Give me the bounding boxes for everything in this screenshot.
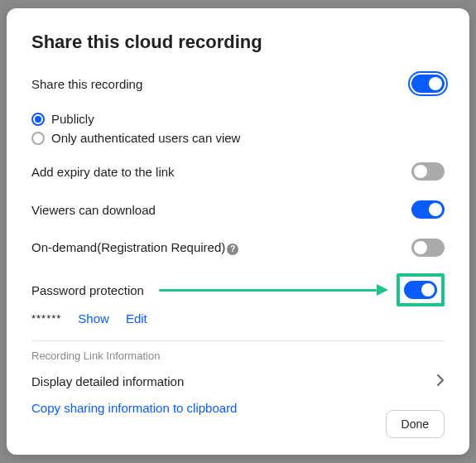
password-label: Password protection: [31, 283, 144, 297]
radio-selected-icon: [31, 113, 45, 126]
annotation-arrow: [159, 290, 388, 291]
share-recording-toggle[interactable]: [411, 75, 445, 93]
modal-title: Share this cloud recording: [31, 31, 445, 53]
password-row: Password protection: [31, 273, 445, 306]
password-actions: ****** Show Edit: [31, 311, 445, 326]
ondemand-row: On-demand(Registration Required)?: [31, 235, 445, 260]
share-recording-modal: Share this cloud recording Share this re…: [7, 8, 469, 455]
help-icon[interactable]: ?: [227, 244, 238, 255]
display-detailed-label: Display detailed information: [31, 374, 184, 388]
radio-unselected-icon: [31, 132, 45, 145]
done-button[interactable]: Done: [386, 410, 445, 438]
visibility-authenticated-label: Only authenticated users can view: [51, 131, 240, 145]
password-toggle[interactable]: [404, 281, 437, 299]
password-show-link[interactable]: Show: [78, 311, 109, 326]
display-detailed-row[interactable]: Display detailed information: [31, 370, 445, 401]
link-info-section-title: Recording Link Information: [31, 350, 445, 362]
expiry-toggle[interactable]: [411, 162, 445, 181]
ondemand-toggle[interactable]: [411, 239, 445, 257]
download-label: Viewers can download: [31, 203, 156, 217]
share-recording-label: Share this recording: [31, 77, 142, 91]
visibility-publicly-label: Publicly: [51, 112, 94, 126]
download-toggle[interactable]: [411, 200, 445, 219]
chevron-right-icon: [436, 374, 445, 389]
arrow-right-icon: [377, 284, 388, 296]
ondemand-label: On-demand(Registration Required): [31, 240, 225, 254]
password-mask: ******: [31, 312, 61, 325]
share-recording-row: Share this recording: [31, 71, 445, 96]
password-edit-link[interactable]: Edit: [126, 311, 147, 326]
separator: [31, 340, 445, 341]
ondemand-label-wrap: On-demand(Registration Required)?: [31, 240, 238, 254]
visibility-publicly[interactable]: Publicly: [31, 109, 445, 128]
visibility-options: Publicly Only authenticated users can vi…: [31, 109, 445, 147]
visibility-authenticated[interactable]: Only authenticated users can view: [31, 128, 445, 147]
annotation-highlight: [397, 273, 445, 306]
modal-footer: Done: [386, 410, 445, 438]
expiry-label: Add expiry date to the link: [31, 165, 175, 179]
copy-sharing-link[interactable]: Copy sharing information to clipboard: [31, 401, 445, 415]
download-row: Viewers can download: [31, 197, 445, 222]
expiry-row: Add expiry date to the link: [31, 159, 445, 184]
